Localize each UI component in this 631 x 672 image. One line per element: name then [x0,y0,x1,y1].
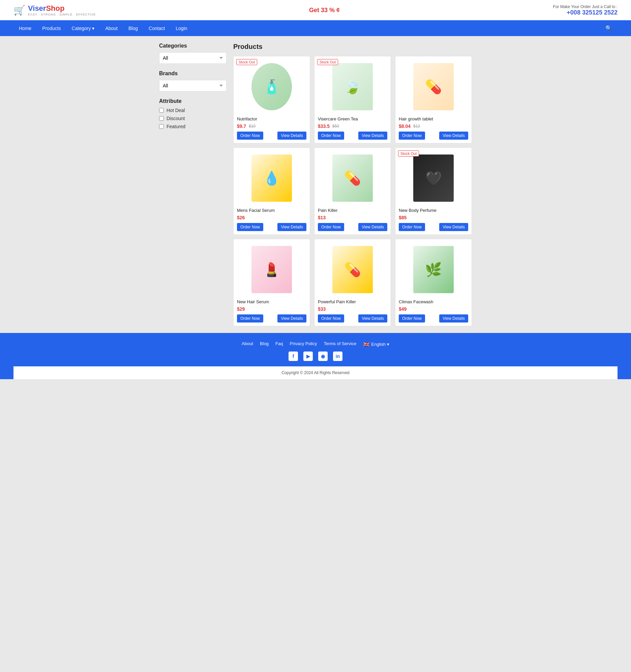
current-price: $9.7 [237,123,246,129]
attribute-section: Attribute Hot Deal Discount Featured [159,98,227,129]
product-card-1: Stock Out 🧴 Nutrifactor $9.7 $10 Order N… [233,56,310,143]
current-price: $33.5 [318,123,330,129]
nav-login[interactable]: Login [170,21,193,36]
order-now-button[interactable]: Order Now [318,223,344,231]
nav-home[interactable]: Home [14,21,37,36]
current-price: $49 [399,306,406,312]
footer: About Blog Faq Privacy Policy Terms of S… [0,333,631,379]
product-image: 💊 [318,243,387,296]
view-details-button[interactable]: View Details [358,131,387,140]
nav-category[interactable]: Category ▾ [67,21,100,36]
nav-contact[interactable]: Contact [143,21,170,36]
discount-label[interactable]: Discount [167,116,185,121]
stock-out-badge: Stock Out [398,150,419,157]
view-details-button[interactable]: View Details [277,223,306,231]
featured-label[interactable]: Featured [167,124,185,129]
navbar: Home Products Category ▾ About Blog Cont… [0,20,631,36]
view-details-button[interactable]: View Details [358,223,387,231]
product-card-3: 💊 Hair growth tablet $8.04 $12 Order Now… [395,56,472,143]
order-now-button[interactable]: Order Now [237,131,263,140]
product-card-4: 💧 Mens Facial Serum $26 Order Now View D… [233,147,310,235]
product-name: Nutrifactor [237,116,306,121]
footer-links: About Blog Faq Privacy Policy Terms of S… [14,341,617,352]
current-price: $8.04 [399,123,410,129]
product-name: Climax Facewash [399,299,468,304]
view-details-button[interactable]: View Details [439,131,468,140]
attribute-featured: Featured [159,124,227,129]
footer-social: f ▶ ◉ in [14,352,617,366]
language-selector[interactable]: 🇬🇧 English ▾ [363,341,389,347]
footer-link-terms[interactable]: Terms of Service [324,341,356,347]
brands-section: Brands All [159,71,227,91]
footer-link-faq[interactable]: Faq [275,341,283,347]
current-price: $85 [399,215,406,220]
product-image: 💄 [237,243,306,296]
product-pricing: $49 [399,306,468,312]
sidebar: Categories All Brands All Attribute Hot … [159,43,227,326]
nav-products[interactable]: Products [37,21,66,36]
footer-link-blog[interactable]: Blog [260,341,269,347]
product-image-placeholder: 💊 [413,63,454,110]
product-actions: Order Now View Details [237,223,306,231]
youtube-icon[interactable]: ▶ [303,352,313,361]
logo-icon: 🛒 [14,5,25,16]
original-price: $12 [413,124,420,128]
view-details-button[interactable]: View Details [358,314,387,322]
product-name: New Hair Serum [237,299,306,304]
header: 🛒 ViserShop EASY . STRONG . SIMPLE . EFF… [0,0,631,20]
product-pricing: $33.5 $50 [318,123,387,129]
order-now-button[interactable]: Order Now [399,314,425,322]
contact-label: For Make Your Order Just a Call to : [553,4,617,9]
product-image-placeholder: 💊 [332,154,373,202]
product-pricing: $26 [237,215,306,220]
order-now-button[interactable]: Order Now [318,131,344,140]
nav-about[interactable]: About [100,21,123,36]
product-card-5: 💊 Pain Killer $13 Order Now View Details [314,147,391,235]
view-details-button[interactable]: View Details [439,223,468,231]
instagram-icon[interactable]: ◉ [318,352,328,361]
product-pricing: $29 [237,306,306,312]
product-actions: Order Now View Details [318,131,387,140]
product-image: 💊 [318,151,387,205]
facebook-icon[interactable]: f [288,352,298,361]
stock-out-badge: Stock Out [317,59,338,65]
product-image: 💧 [237,151,306,205]
product-image: 🧴 [237,60,306,114]
nav-blog[interactable]: Blog [123,21,143,36]
hotdeal-label[interactable]: Hot Deal [167,107,185,113]
order-now-button[interactable]: Order Now [399,223,425,231]
linkedin-icon[interactable]: in [333,352,343,361]
product-image-placeholder: 🖤 [413,154,454,202]
featured-checkbox[interactable] [159,124,164,129]
products-area: Products Stock Out 🧴 Nutrifactor $9.7 $1… [233,43,472,326]
brands-select[interactable]: All [159,80,227,91]
original-price: $10 [249,124,255,128]
footer-link-privacy[interactable]: Privacy Policy [290,341,317,347]
product-image: 💊 [399,60,468,114]
attribute-hot-deal: Hot Deal [159,107,227,113]
product-card-6: Stock Out 🖤 New Body Perfume $85 Order N… [395,147,472,235]
categories-select[interactable]: All [159,52,227,64]
order-now-button[interactable]: Order Now [318,314,344,322]
discount-checkbox[interactable] [159,116,164,121]
order-now-button[interactable]: Order Now [237,314,263,322]
chevron-down-icon: ▾ [92,26,94,31]
categories-section: Categories All [159,43,227,64]
view-details-button[interactable]: View Details [439,314,468,322]
order-now-button[interactable]: Order Now [237,223,263,231]
original-price: $50 [332,124,339,128]
product-pricing: $9.7 $10 [237,123,306,129]
view-details-button[interactable]: View Details [277,314,306,322]
order-now-button[interactable]: Order Now [399,131,425,140]
footer-link-about[interactable]: About [242,341,253,347]
products-title: Products [233,43,472,51]
search-button[interactable]: 🔍 [600,20,617,36]
current-price: $29 [237,306,245,312]
categories-title: Categories [159,43,227,49]
view-details-button[interactable]: View Details [277,131,306,140]
product-card-8: 💊 Powerful Pain Killer $33 Order Now Vie… [314,239,391,326]
hotdeal-checkbox[interactable] [159,108,164,113]
header-contact: For Make Your Order Just a Call to : +00… [553,4,617,16]
product-pricing: $33 [318,306,387,312]
current-price: $33 [318,306,326,312]
